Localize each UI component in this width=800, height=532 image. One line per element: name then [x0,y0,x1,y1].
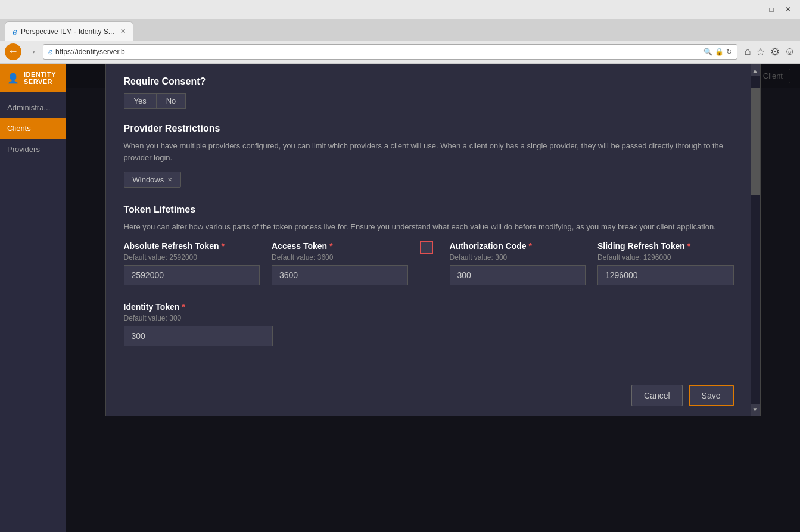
required-star: * [529,241,532,251]
yes-button[interactable]: Yes [124,93,156,109]
address-icons: 🔍 🔒 ↻ [703,48,732,56]
browser-right-icons: ⌂ ☆ ⚙ ☺ [745,45,795,58]
identity-token-input[interactable] [124,326,273,346]
address-ie-icon: ℯ [48,47,53,56]
authorization-code-default: Default value: 300 [450,253,586,262]
address-text: https://identityserver.b [55,48,701,56]
back-button[interactable]: ← [5,43,21,60]
identity-token-field: Identity Token * Default value: 300 [124,302,273,346]
minimize-button[interactable]: — [750,5,759,14]
sidebar-item-label: Clients [7,124,31,133]
main-content: Client ▲ ▼ Require Consent? Yes [66,64,800,532]
windows-label: Windows [133,175,164,184]
required-star: * [222,241,225,251]
consent-toggle-group: Yes No [124,93,734,109]
browser-tab-active[interactable]: ℯ Perspective ILM - Identity S... ✕ [5,21,133,41]
home-icon[interactable]: ⌂ [745,45,751,58]
sidebar-title: IDENTITY SERVER [24,71,58,85]
token-lifetimes-section: Token Lifetimes Here you can alter how v… [124,204,734,285]
checkbox-highlighted[interactable] [420,241,433,254]
ie-icon: ℯ [13,27,17,36]
no-button[interactable]: No [156,93,186,109]
sidebar-item-providers[interactable]: Providers [0,139,66,160]
user-icon: 👤 [7,73,19,84]
nav-bar: ← → ℯ https://identityserver.b 🔍 🔒 ↻ ⌂ ☆… [0,41,800,63]
modal-overlay: ▲ ▼ Require Consent? Yes No [66,64,800,532]
title-bar-controls: — □ ✕ [750,5,793,14]
identity-token-section: Identity Token * Default value: 300 [124,302,734,346]
sliding-refresh-token-field: Sliding Refresh Token * Default value: 1… [597,241,734,285]
absolute-refresh-input[interactable] [124,265,260,285]
tab-bar: ℯ Perspective ILM - Identity S... ✕ [0,19,800,41]
lock-icon: 🔒 [715,48,724,56]
browser-chrome: — □ ✕ ℯ Perspective ILM - Identity S... … [0,0,800,64]
title-bar: — □ ✕ [0,0,800,19]
absolute-refresh-default: Default value: 2592000 [124,253,260,262]
refresh-icon[interactable]: ↻ [726,48,732,56]
search-icon[interactable]: 🔍 [703,48,712,56]
modal-footer: Cancel Save [106,375,752,416]
absolute-refresh-label: Absolute Refresh Token * [124,241,260,251]
sidebar-item-label: Providers [7,145,40,154]
sidebar: 👤 IDENTITY SERVER Administra... Clients … [0,64,66,532]
require-consent-title: Require Consent? [124,76,734,87]
provider-restrictions-section: Provider Restrictions When you have mult… [124,123,734,188]
app-container: 👤 IDENTITY SERVER Administra... Clients … [0,64,800,532]
tab-close-icon[interactable]: ✕ [120,27,126,35]
required-star: * [182,302,185,312]
forward-button[interactable]: → [24,43,41,60]
authorization-code-field: Authorization Code * Default value: 300 [450,241,586,285]
scrollbar-track: ▲ ▼ [751,64,760,416]
tab-ghost [133,21,157,41]
identity-token-default: Default value: 300 [124,314,273,322]
require-consent-section: Require Consent? Yes No [124,76,734,109]
access-token-field: Access Token * Default value: 3600 [272,241,408,285]
token-lifetimes-desc: Here you can alter how various parts of … [124,221,734,233]
sidebar-item-clients[interactable]: Clients [0,118,66,139]
token-fields-grid: Absolute Refresh Token * Default value: … [124,241,734,285]
settings-icon[interactable]: ⚙ [770,45,780,58]
address-bar[interactable]: ℯ https://identityserver.b 🔍 🔒 ↻ [43,44,737,60]
authorization-code-label: Authorization Code * [450,241,586,251]
access-token-label: Access Token * [272,241,408,251]
checkbox-container [420,241,438,260]
restore-button[interactable]: □ [767,5,776,14]
modal-dialog: ▲ ▼ Require Consent? Yes No [105,64,761,416]
cancel-button[interactable]: Cancel [631,385,683,406]
smiley-icon: ☺ [785,45,795,58]
windows-remove-icon[interactable]: ✕ [167,176,172,183]
scroll-up-button[interactable]: ▲ [751,64,760,76]
windows-tag-button[interactable]: Windows ✕ [124,172,182,188]
scrollbar-thumb[interactable] [751,88,760,195]
access-token-default: Default value: 3600 [272,253,408,262]
modal-body: Require Consent? Yes No Provider Restric… [106,64,760,375]
sliding-refresh-default: Default value: 1296000 [597,253,734,262]
absolute-refresh-token-field: Absolute Refresh Token * Default value: … [124,241,260,285]
sliding-refresh-input[interactable] [597,265,734,285]
required-star: * [329,241,332,251]
sidebar-item-label: Administra... [7,103,50,112]
close-button[interactable]: ✕ [783,5,793,14]
provider-restrictions-title: Provider Restrictions [124,123,734,134]
favorites-icon[interactable]: ☆ [756,45,765,58]
access-token-input[interactable] [272,265,408,285]
sidebar-header: 👤 IDENTITY SERVER [0,64,66,92]
authorization-code-input[interactable] [450,265,586,285]
provider-restrictions-desc: When you have multiple providers configu… [124,140,734,163]
token-lifetimes-title: Token Lifetimes [124,204,734,215]
sidebar-item-administration[interactable]: Administra... [0,97,66,118]
sliding-refresh-label: Sliding Refresh Token * [597,241,734,251]
scroll-down-button[interactable]: ▼ [751,404,760,416]
identity-token-label: Identity Token * [124,302,273,312]
save-button[interactable]: Save [689,385,734,406]
sidebar-nav: Administra... Clients Providers [0,92,66,164]
required-star: * [687,241,690,251]
tab-title: Perspective ILM - Identity S... [21,27,114,36]
